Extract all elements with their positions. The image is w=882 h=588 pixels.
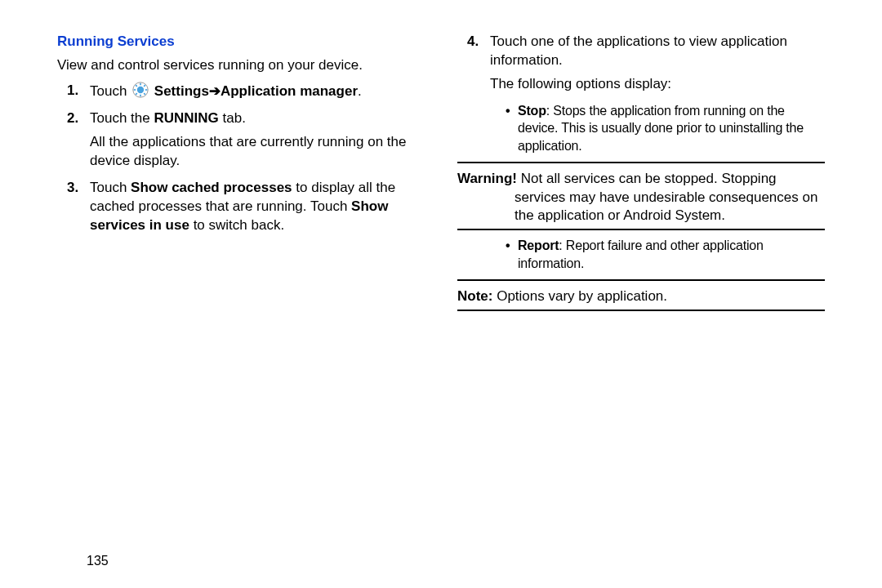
section-heading: Running Services (57, 33, 425, 51)
divider (457, 279, 825, 281)
step2-running: RUNNING (154, 110, 218, 126)
step3-suffix: to switch back. (189, 217, 284, 233)
divider (457, 162, 825, 163)
divider (457, 310, 825, 311)
step-4: Touch one of the applications to view ap… (490, 33, 825, 94)
step1-appmgr: Application manager (220, 83, 358, 99)
step-3: Touch Show cached processes to display a… (90, 179, 425, 235)
option-stop: Stop: Stops the application from running… (518, 102, 825, 155)
settings-icon (132, 82, 149, 98)
step1-settings: Settings (154, 83, 209, 99)
step2-suffix: tab. (219, 110, 246, 126)
option-report-label: Report (518, 238, 559, 252)
options-bullets-1: Stop: Stops the application from running… (490, 102, 825, 155)
step3-prefix: Touch (90, 180, 131, 195)
step-2: Touch the RUNNING tab. All the applicati… (90, 109, 425, 171)
svg-point-1 (138, 87, 144, 93)
step4-line2: The following options display: (490, 75, 825, 94)
step2-sub: All the applications that are currently … (90, 133, 425, 171)
intro-text: View and control services running on you… (57, 56, 425, 75)
note-text: Options vary by application. (492, 288, 667, 304)
step3-show-cached: Show cached processes (131, 180, 292, 195)
left-column: Running Services View and control servic… (24, 33, 441, 572)
right-column: Touch one of the applications to view ap… (441, 33, 858, 572)
warning-box: Warning! Not all services can be stopped… (457, 170, 825, 226)
options-bullets-2: Report: Report failure and other applica… (490, 237, 825, 272)
note-label: Note: (457, 288, 492, 304)
step4-line1: Touch one of the applications to view ap… (490, 33, 787, 68)
manual-page: Running Services View and control servic… (0, 0, 882, 588)
option-report: Report: Report failure and other applica… (518, 237, 825, 272)
warning-label: Warning! (457, 171, 517, 186)
step-1: Touch (90, 82, 425, 101)
option-stop-text: : Stops the application from running on … (518, 104, 804, 153)
page-number: 135 (87, 552, 109, 570)
step1-prefix: Touch (90, 83, 131, 99)
warning-text: Not all services can be stopped. Stoppin… (514, 171, 817, 224)
divider (457, 229, 825, 230)
arrow-icon: ➔ (209, 82, 220, 101)
steps-list: Touch (57, 82, 425, 235)
step2-prefix: Touch the (90, 110, 154, 126)
option-stop-label: Stop (518, 104, 546, 118)
step1-period: . (358, 83, 362, 99)
note-box: Note: Options vary by application. (457, 287, 825, 306)
steps-list-cont: Touch one of the applications to view ap… (457, 33, 825, 94)
